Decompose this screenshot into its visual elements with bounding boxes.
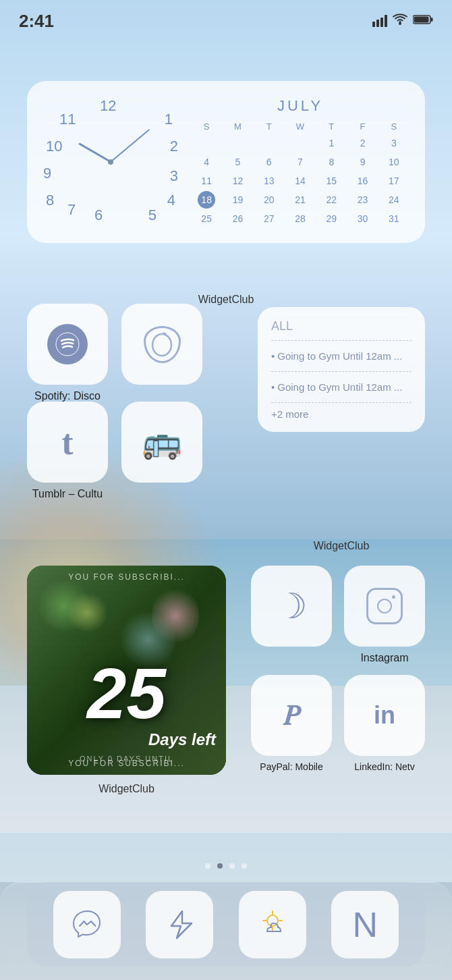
page-dots (205, 863, 247, 869)
signal-bar-1 (372, 22, 375, 27)
weather-icon (255, 907, 290, 942)
cal-day-22: 22 (322, 191, 340, 209)
cal-day-29: 29 (322, 210, 340, 227)
clock-num-8: 8 (46, 192, 54, 209)
clock-num-10: 10 (46, 138, 62, 155)
cal-day-7: 7 (291, 153, 309, 171)
paypal-icon: 𝑃 (283, 699, 300, 732)
clock-num-4: 4 (167, 192, 175, 209)
cal-day-14: 14 (291, 172, 309, 190)
reminder-divider-3 (271, 402, 412, 403)
reminder-dot-2: • (271, 381, 275, 393)
cal-header-s2: S (379, 120, 409, 133)
page-dot-3[interactable] (242, 863, 247, 869)
instagram-icon (366, 588, 403, 624)
spotify-icon (47, 324, 88, 364)
right-icons-row1: ☽ Instagram (251, 566, 425, 664)
clock-num-11: 11 (59, 111, 76, 128)
cal-header-w: W (285, 120, 315, 133)
reminder-divider-2 (271, 371, 412, 372)
transit-icon-container: 🚌 (121, 402, 202, 483)
paypal-app[interactable]: 𝑃 PayPal: Mobile (251, 675, 332, 772)
widgetclub-label-clock: WidgetClub (198, 294, 254, 306)
days-widget-inner: YOU FOR SUBSCRIBI... 25 Days left ONLY 0… (27, 566, 226, 775)
linkedin-label: LinkedIn: Netv (354, 761, 415, 772)
status-time: 2:41 (19, 11, 54, 32)
messenger-icon (69, 907, 105, 942)
cal-day-28: 28 (291, 210, 309, 227)
citrus-app[interactable] (121, 304, 202, 390)
cal-day-21: 21 (291, 191, 309, 209)
instagram-app[interactable]: Instagram (344, 566, 425, 664)
cal-day-30: 30 (354, 210, 372, 227)
spotify-app[interactable]: Spotify: Disco (27, 304, 108, 402)
weather-dock-icon[interactable] (239, 891, 306, 958)
cal-day-8: 8 (322, 153, 340, 171)
signal-bar-4 (385, 15, 387, 27)
svg-point-4 (56, 333, 79, 356)
svg-rect-2 (431, 18, 433, 22)
page-dot-1-active[interactable] (217, 863, 223, 869)
app-row-1: Spotify: Disco (27, 304, 202, 402)
svg-point-5 (152, 334, 171, 356)
transit-app[interactable]: 🚌 (121, 402, 202, 500)
cal-header-f: F (347, 120, 377, 133)
cal-day-2: 2 (354, 134, 372, 152)
transit-icon: 🚌 (142, 423, 182, 461)
days-widget[interactable]: YOU FOR SUBSCRIBI... 25 Days left ONLY 0… (27, 566, 226, 775)
clock-calendar-widget[interactable]: 12 1 2 3 4 5 6 7 8 9 10 11 JULY S M (27, 81, 425, 243)
page-dot-0[interactable] (205, 863, 210, 869)
cal-header-s: S (192, 120, 221, 133)
reminder-dot-1: • (271, 350, 275, 362)
app-row-2: t Tumblr – Cultu 🚌 (27, 402, 202, 500)
clock-num-3: 3 (170, 167, 178, 185)
bolt-dock-icon[interactable] (146, 891, 213, 958)
cal-day-24: 24 (385, 191, 403, 209)
signal-bar-3 (380, 18, 383, 27)
reminder-widget[interactable]: ALL •Going to Gym Until 12am ... •Going … (258, 307, 425, 432)
moon-app[interactable]: ☽ (251, 566, 332, 664)
notes-dock-icon[interactable]: N (331, 891, 399, 958)
tumblr-icon-container: t (27, 402, 108, 483)
reminder-item-1: •Going to Gym Until 12am ... (271, 346, 412, 366)
clock-face: 12 1 2 3 4 5 6 7 8 9 10 11 (43, 94, 178, 229)
instagram-icon-container (344, 566, 425, 647)
moon-icon: ☽ (276, 586, 308, 626)
cal-day-9: 9 (354, 153, 372, 171)
instagram-label: Instagram (360, 652, 408, 664)
svg-point-0 (399, 22, 401, 25)
signal-bar-2 (376, 20, 379, 27)
citrus-icon (144, 326, 181, 363)
cal-day-15: 15 (322, 172, 340, 190)
bolt-icon (162, 907, 197, 942)
instagram-circle (377, 599, 392, 614)
cal-day-4: 4 (198, 153, 215, 171)
clock-num-12: 12 (100, 97, 116, 115)
widgetclub-label-reminder: WidgetClub (258, 540, 425, 552)
clock-num-1: 1 (165, 111, 173, 128)
cal-day-20: 20 (260, 191, 278, 209)
spotify-icon-container (27, 304, 108, 385)
cal-day-1: 1 (322, 134, 340, 152)
cal-day-16: 16 (354, 172, 372, 190)
battery-icon (413, 14, 433, 28)
page-dot-2[interactable] (229, 863, 235, 869)
cal-day-3: 3 (385, 134, 403, 152)
calendar-section: JULY S M T W T F S 1 2 3 4 5 6 (192, 97, 409, 227)
signal-icon (372, 15, 387, 27)
cal-day-6: 6 (260, 153, 278, 171)
spotify-label: Spotify: Disco (34, 390, 101, 402)
cal-day-27: 27 (260, 210, 278, 227)
reminder-tag: ALL (271, 319, 412, 333)
cal-day-26: 26 (229, 210, 246, 227)
status-icons (372, 13, 433, 29)
right-icons-row2: 𝑃 PayPal: Mobile in LinkedIn: Netv (251, 675, 425, 772)
messenger-dock-icon[interactable] (53, 891, 121, 958)
paypal-icon-container: 𝑃 (251, 675, 332, 756)
linkedin-app[interactable]: in LinkedIn: Netv (344, 675, 425, 772)
tumblr-app[interactable]: t Tumblr – Cultu (27, 402, 108, 500)
reminder-divider-1 (271, 340, 412, 341)
cal-day-18-today: 18 (198, 191, 215, 209)
days-number: 25 (87, 653, 166, 734)
cal-header-t2: T (316, 120, 346, 133)
